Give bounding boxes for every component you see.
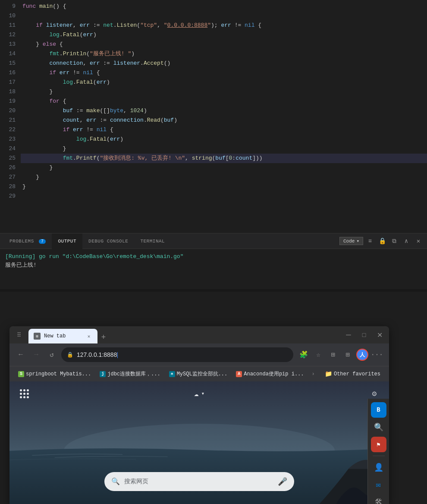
bookmark-springboot[interactable]: S springboot Mybatis... [15, 369, 94, 379]
window-close-button[interactable]: ✕ [374, 329, 386, 341]
panel-controls: Code ▾ ≡ 🔒 ⧉ ∧ ✕ [339, 236, 424, 246]
search-sidebar-btn[interactable]: 🔍 [371, 419, 386, 435]
apps-grid-icon [20, 389, 29, 398]
bookmarks-bar: S springboot Mybatis... j jdbc连接数据库，... … [9, 366, 389, 381]
settings-gear-icon: ⚙ [372, 389, 377, 398]
bookmark-label-jdbc: jdbc连接数据库，... [107, 370, 160, 378]
sidebar-divider-1 [373, 456, 385, 456]
code-line-22: if err != nil { [21, 125, 427, 135]
line-numbers: 9 10 11 12 13 14 15 16 17 18 19 20 21 22… [0, 0, 21, 233]
chevron-down-icon: ▾ [356, 238, 359, 244]
bookmark-label-anaconda: Anaconda使用pip i... [244, 370, 304, 378]
code-line-11: if listener, err := net.Listen("tcp", "0… [21, 21, 427, 30]
tab-terminal[interactable]: TERMINAL [134, 233, 171, 249]
bookmark-jdbc[interactable]: j jdbc连接数据库，... [96, 369, 163, 379]
tab-label: New tab [44, 333, 82, 339]
code-line-16: if err != nil { [21, 68, 427, 78]
wallet-icon[interactable]: ⊞ [341, 348, 355, 362]
code-line-18: } [21, 87, 427, 97]
tab-close-icon[interactable]: ✕ [85, 333, 92, 340]
address-bar[interactable]: 🔒 127.0.0.1:8888 [61, 347, 293, 362]
search-placeholder: 搜索网页 [124, 478, 273, 485]
tab-favicon: ⊞ [34, 333, 41, 340]
browser-sidebar: B 🔍 ⚑ 👤 ✉ 🛠 + [367, 399, 389, 504]
bookmark-anaconda[interactable]: A Anaconda使用pip i... [232, 369, 307, 379]
profile-sidebar-btn[interactable]: 👤 [371, 460, 386, 475]
address-input[interactable]: 127.0.0.1:8888 [77, 351, 288, 358]
clear-output-icon[interactable]: ≡ [365, 236, 375, 246]
red-sidebar-btn[interactable]: ⚑ [371, 437, 386, 452]
output-line-1: [Running] go run "d:\CodeBase\Go\remote_… [5, 252, 422, 261]
code-line-20: buf := make([]byte, 1024) [21, 106, 427, 116]
profile-avatar[interactable]: 人 [355, 348, 369, 362]
code-line-9: func main() { [21, 2, 427, 11]
copy-icon[interactable]: ⧉ [389, 236, 399, 246]
tab-output[interactable]: OUTPUT [52, 233, 82, 249]
bookmark-mysql[interactable]: M MySQL监控全部抗... [166, 369, 231, 379]
extensions-icon[interactable]: 🧩 [297, 348, 311, 362]
bookmark-favicon-jdbc: j [100, 371, 106, 377]
code-line-12: log.Fatal(err) [21, 30, 427, 40]
code-line-23: log.Fatal(err) [21, 135, 427, 144]
code-line-27: } [21, 173, 427, 182]
collapse-icon[interactable]: ∧ [401, 236, 411, 246]
new-tab-button[interactable]: + [97, 331, 110, 343]
browser-tab-strip: ⊞ New tab ✕ + [28, 326, 339, 343]
security-icon: 🔒 [66, 351, 73, 358]
close-panel-icon[interactable]: ✕ [413, 236, 424, 246]
bing-button[interactable]: B [371, 402, 386, 418]
folder-icon: 📁 [325, 370, 332, 378]
new-tab-topbar: ☁ ▾ ⚙ [16, 386, 382, 401]
refresh-button[interactable]: ↺ [46, 349, 58, 361]
output-filter-select[interactable]: Code ▾ [339, 237, 363, 245]
weather-widget[interactable]: ☁ ▾ [194, 389, 205, 398]
window-maximize-button[interactable]: □ [358, 329, 370, 341]
code-line-28: } [21, 182, 427, 192]
new-tab-search-area: 🔍 搜索网页 🎤 [104, 472, 294, 491]
panel-output: [Running] go run "d:\CodeBase\Go\remote_… [0, 249, 427, 273]
tools-sidebar-btn[interactable]: 🛠 [371, 494, 386, 504]
browser-menu-icon[interactable]: ⠿ [13, 329, 25, 341]
code-line-13: } else { [21, 40, 427, 49]
browser-navbar: ← → ↺ 🔒 127.0.0.1:8888 🧩 ☆ ⊞ ⊞ 人 ··· [9, 343, 389, 366]
window-minimize-button[interactable]: ─ [342, 329, 355, 341]
window-controls: ─ □ ✕ [342, 329, 386, 341]
outlook-sidebar-btn[interactable]: ✉ [371, 477, 386, 492]
other-favorites-label: Other favorites [334, 371, 380, 377]
cloud-icon: ☁ [194, 389, 199, 398]
avatar: 人 [356, 349, 368, 361]
favorites-icon[interactable]: ☆ [311, 348, 325, 362]
browser-content: ☁ ▾ ⚙ 🔍 搜索网页 🎤 B 🔍 ⚑ 👤 [9, 381, 389, 504]
code-line-25: fmt.Printf("接收到消息: %v, 已丢弃! \n", string(… [21, 154, 427, 163]
other-favorites-button[interactable]: 📁 Other favorites [321, 369, 384, 379]
apps-button[interactable] [16, 386, 32, 401]
bookmarks-more-button[interactable]: › [309, 369, 317, 379]
mic-button[interactable]: 🎤 [278, 477, 287, 486]
code-line-26: } [21, 163, 427, 173]
output-line-2: 服务已上线! [5, 261, 422, 270]
tab-problems[interactable]: PROBLEMS 7 [3, 233, 52, 249]
nav-actions: 🧩 ☆ ⊞ ⊞ 人 ··· [297, 348, 384, 362]
bookmark-label-springboot: springboot Mybatis... [26, 371, 91, 377]
code-line-15: connection, err := listener.Accept() [21, 59, 427, 68]
browser-tab-newtab[interactable]: ⊞ New tab ✕ [28, 329, 97, 343]
code-lines: func main() { if listener, err := net.Li… [21, 0, 427, 233]
forward-button[interactable]: → [30, 349, 42, 361]
tab-debug-console[interactable]: DEBUG CONSOLE [82, 233, 134, 249]
code-line-14: fmt.Println("服务已上线! ") [21, 49, 427, 59]
code-editor: 9 10 11 12 13 14 15 16 17 18 19 20 21 22… [0, 0, 427, 233]
browser-titlebar: ⠿ ⊞ New tab ✕ + ─ □ ✕ [9, 326, 389, 343]
back-button[interactable]: ← [15, 349, 27, 361]
bookmark-label-mysql: MySQL监控全部抗... [177, 370, 228, 378]
address-text: 127.0.0.1:8888 [77, 351, 117, 358]
text-cursor [117, 352, 118, 358]
code-line-10 [21, 11, 427, 21]
lock-icon[interactable]: 🔒 [377, 236, 387, 246]
collections-icon[interactable]: ⊞ [326, 348, 340, 362]
code-line-19: for { [21, 97, 427, 106]
bookmark-favicon-anaconda: A [236, 371, 242, 377]
browser-window: ⠿ ⊞ New tab ✕ + ─ □ ✕ ← → ↺ 🔒 127.0.0.1:… [9, 326, 389, 504]
browser-menu-dots[interactable]: ··· [370, 348, 384, 362]
new-tab-search-box[interactable]: 🔍 搜索网页 🎤 [104, 472, 294, 491]
bookmark-favicon-mysql: M [169, 371, 175, 377]
